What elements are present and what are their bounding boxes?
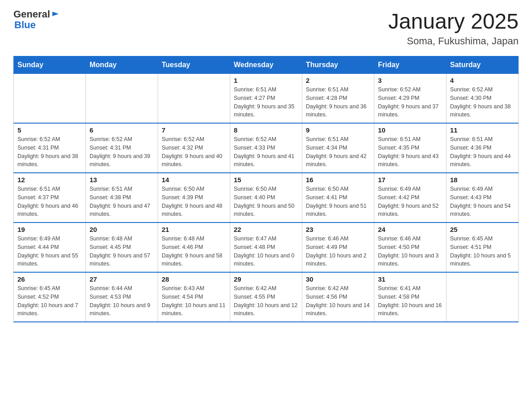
calendar-cell: 26Sunrise: 6:45 AMSunset: 4:52 PMDayligh…	[14, 272, 86, 322]
calendar-header-row: SundayMondayTuesdayWednesdayThursdayFrid…	[14, 56, 519, 74]
logo-arrow-icon	[51, 10, 60, 18]
calendar-cell: 17Sunrise: 6:49 AMSunset: 4:42 PMDayligh…	[374, 173, 446, 223]
calendar-cell: 8Sunrise: 6:52 AMSunset: 4:33 PMDaylight…	[230, 123, 302, 173]
day-number: 12	[17, 176, 82, 184]
day-info: Sunrise: 6:45 AMSunset: 4:51 PMDaylight:…	[450, 235, 515, 268]
day-info: Sunrise: 6:52 AMSunset: 4:33 PMDaylight:…	[234, 135, 298, 169]
calendar-cell: 23Sunrise: 6:46 AMSunset: 4:49 PMDayligh…	[302, 223, 374, 272]
day-info: Sunrise: 6:52 AMSunset: 4:30 PMDaylight:…	[450, 86, 515, 119]
day-info: Sunrise: 6:49 AMSunset: 4:44 PMDaylight:…	[17, 235, 82, 268]
calendar-cell	[14, 74, 86, 124]
calendar-cell: 3Sunrise: 6:52 AMSunset: 4:29 PMDaylight…	[374, 74, 446, 124]
calendar-cell: 10Sunrise: 6:51 AMSunset: 4:35 PMDayligh…	[374, 123, 446, 173]
day-number: 3	[378, 77, 442, 84]
calendar-cell: 4Sunrise: 6:52 AMSunset: 4:30 PMDaylight…	[446, 74, 519, 124]
calendar-cell: 13Sunrise: 6:51 AMSunset: 4:38 PMDayligh…	[86, 173, 158, 223]
calendar-cell: 14Sunrise: 6:50 AMSunset: 4:39 PMDayligh…	[158, 173, 230, 223]
page-header: General Blue January 2025 Soma, Fukushim…	[13, 9, 519, 47]
calendar-cell: 7Sunrise: 6:52 AMSunset: 4:32 PMDaylight…	[158, 123, 230, 173]
day-number: 7	[162, 126, 226, 134]
day-info: Sunrise: 6:51 AMSunset: 4:35 PMDaylight:…	[378, 135, 442, 169]
calendar-cell: 28Sunrise: 6:43 AMSunset: 4:54 PMDayligh…	[158, 272, 230, 322]
calendar-cell: 20Sunrise: 6:48 AMSunset: 4:45 PMDayligh…	[86, 223, 158, 272]
day-info: Sunrise: 6:51 AMSunset: 4:37 PMDaylight:…	[17, 185, 82, 218]
calendar-title: January 2025	[388, 9, 519, 34]
day-number: 8	[234, 126, 298, 134]
day-number: 13	[90, 176, 154, 184]
day-number: 22	[234, 226, 298, 233]
calendar-cell: 2Sunrise: 6:51 AMSunset: 4:28 PMDaylight…	[302, 74, 374, 124]
day-info: Sunrise: 6:50 AMSunset: 4:40 PMDaylight:…	[234, 185, 298, 218]
day-number: 2	[306, 77, 370, 84]
calendar-cell: 27Sunrise: 6:44 AMSunset: 4:53 PMDayligh…	[86, 272, 158, 322]
day-number: 10	[378, 126, 442, 134]
day-number: 27	[90, 275, 154, 283]
week-row-5: 26Sunrise: 6:45 AMSunset: 4:52 PMDayligh…	[14, 272, 519, 322]
calendar-cell: 11Sunrise: 6:51 AMSunset: 4:36 PMDayligh…	[446, 123, 519, 173]
day-number: 18	[450, 176, 515, 184]
calendar-cell: 16Sunrise: 6:50 AMSunset: 4:41 PMDayligh…	[302, 173, 374, 223]
day-info: Sunrise: 6:51 AMSunset: 4:28 PMDaylight:…	[306, 86, 370, 119]
day-info: Sunrise: 6:47 AMSunset: 4:48 PMDaylight:…	[234, 235, 298, 268]
day-info: Sunrise: 6:42 AMSunset: 4:56 PMDaylight:…	[306, 284, 370, 318]
weekday-header-friday: Friday	[374, 56, 446, 74]
day-number: 11	[450, 126, 515, 134]
day-number: 17	[378, 176, 442, 184]
day-info: Sunrise: 6:45 AMSunset: 4:52 PMDaylight:…	[17, 284, 82, 318]
calendar-cell: 1Sunrise: 6:51 AMSunset: 4:27 PMDaylight…	[230, 74, 302, 124]
day-number: 19	[17, 226, 82, 233]
day-number: 28	[162, 275, 226, 283]
day-info: Sunrise: 6:46 AMSunset: 4:50 PMDaylight:…	[378, 235, 442, 268]
day-number: 6	[90, 126, 154, 134]
week-row-1: 1Sunrise: 6:51 AMSunset: 4:27 PMDaylight…	[14, 74, 519, 124]
calendar-subtitle: Soma, Fukushima, Japan	[388, 35, 519, 47]
calendar-cell: 15Sunrise: 6:50 AMSunset: 4:40 PMDayligh…	[230, 173, 302, 223]
calendar-cell: 6Sunrise: 6:52 AMSunset: 4:31 PMDaylight…	[86, 123, 158, 173]
calendar-cell	[158, 74, 230, 124]
day-number: 16	[306, 176, 370, 184]
week-row-4: 19Sunrise: 6:49 AMSunset: 4:44 PMDayligh…	[14, 223, 519, 272]
day-info: Sunrise: 6:52 AMSunset: 4:31 PMDaylight:…	[17, 135, 82, 169]
calendar-cell	[446, 272, 519, 322]
day-number: 20	[90, 226, 154, 233]
weekday-header-saturday: Saturday	[446, 56, 519, 74]
day-info: Sunrise: 6:50 AMSunset: 4:39 PMDaylight:…	[162, 185, 226, 218]
day-info: Sunrise: 6:52 AMSunset: 4:32 PMDaylight:…	[162, 135, 226, 169]
day-info: Sunrise: 6:52 AMSunset: 4:31 PMDaylight:…	[90, 135, 154, 169]
day-number: 31	[378, 275, 442, 283]
calendar-table: SundayMondayTuesdayWednesdayThursdayFrid…	[13, 56, 519, 322]
calendar-cell: 5Sunrise: 6:52 AMSunset: 4:31 PMDaylight…	[14, 123, 86, 173]
calendar-cell: 21Sunrise: 6:48 AMSunset: 4:46 PMDayligh…	[158, 223, 230, 272]
day-number: 9	[306, 126, 370, 134]
day-info: Sunrise: 6:41 AMSunset: 4:58 PMDaylight:…	[378, 284, 442, 318]
week-row-3: 12Sunrise: 6:51 AMSunset: 4:37 PMDayligh…	[14, 173, 519, 223]
calendar-cell: 12Sunrise: 6:51 AMSunset: 4:37 PMDayligh…	[14, 173, 86, 223]
day-info: Sunrise: 6:52 AMSunset: 4:29 PMDaylight:…	[378, 86, 442, 119]
day-number: 4	[450, 77, 515, 84]
title-block: January 2025 Soma, Fukushima, Japan	[388, 9, 519, 47]
day-info: Sunrise: 6:48 AMSunset: 4:46 PMDaylight:…	[162, 235, 226, 268]
calendar-cell: 24Sunrise: 6:46 AMSunset: 4:50 PMDayligh…	[374, 223, 446, 272]
calendar-cell: 19Sunrise: 6:49 AMSunset: 4:44 PMDayligh…	[14, 223, 86, 272]
day-number: 1	[234, 77, 298, 84]
calendar-cell: 31Sunrise: 6:41 AMSunset: 4:58 PMDayligh…	[374, 272, 446, 322]
day-info: Sunrise: 6:49 AMSunset: 4:42 PMDaylight:…	[378, 185, 442, 218]
calendar-cell: 18Sunrise: 6:49 AMSunset: 4:43 PMDayligh…	[446, 173, 519, 223]
calendar-cell: 25Sunrise: 6:45 AMSunset: 4:51 PMDayligh…	[446, 223, 519, 272]
day-info: Sunrise: 6:48 AMSunset: 4:45 PMDaylight:…	[90, 235, 154, 268]
calendar-cell: 29Sunrise: 6:42 AMSunset: 4:55 PMDayligh…	[230, 272, 302, 322]
day-number: 23	[306, 226, 370, 233]
day-info: Sunrise: 6:51 AMSunset: 4:27 PMDaylight:…	[234, 86, 298, 119]
day-info: Sunrise: 6:51 AMSunset: 4:36 PMDaylight:…	[450, 135, 515, 169]
logo-general: General	[13, 9, 50, 20]
day-number: 26	[17, 275, 82, 283]
week-row-2: 5Sunrise: 6:52 AMSunset: 4:31 PMDaylight…	[14, 123, 519, 173]
calendar-cell	[86, 74, 158, 124]
day-info: Sunrise: 6:51 AMSunset: 4:38 PMDaylight:…	[90, 185, 154, 218]
svg-marker-0	[52, 12, 59, 16]
day-info: Sunrise: 6:44 AMSunset: 4:53 PMDaylight:…	[90, 284, 154, 318]
logo-blue: Blue	[13, 20, 60, 30]
weekday-header-thursday: Thursday	[302, 56, 374, 74]
day-info: Sunrise: 6:46 AMSunset: 4:49 PMDaylight:…	[306, 235, 370, 268]
logo: General Blue	[13, 9, 60, 30]
